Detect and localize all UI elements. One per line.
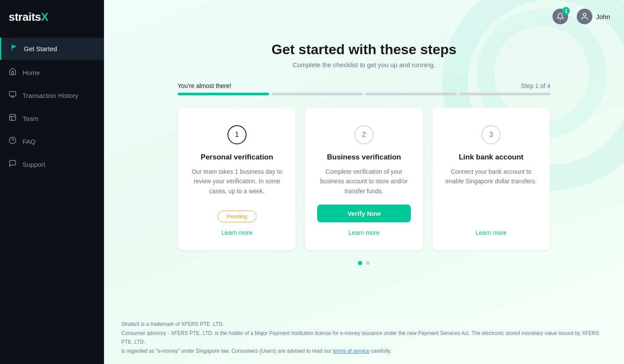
sidebar-item-label-get-started: Get Started [24, 45, 57, 52]
notification-badge: 1 [562, 7, 570, 15]
svg-rect-0 [10, 91, 16, 96]
footer: StraitsX is a trademark of XFERS PTE. LT… [104, 313, 624, 364]
card-description-business: Complete verification of your business a… [317, 167, 410, 196]
header: 1 John [104, 0, 624, 33]
sidebar-item-get-started[interactable]: Get Started [0, 38, 104, 60]
support-icon [9, 159, 16, 169]
user-profile[interactable]: John [577, 9, 610, 24]
progress-label-left: You're almost there! [178, 82, 231, 89]
card-title-personal: Personal verification [201, 153, 273, 162]
card-personal-verification: 1 Personal verification Our team takes 1… [178, 107, 296, 250]
logo: straitsX [0, 0, 104, 38]
history-icon [9, 91, 16, 101]
progress-segment-1 [178, 93, 269, 95]
flag-icon [10, 44, 18, 54]
step-circle-3: 3 [481, 125, 500, 144]
terms-of-service-link[interactable]: terms of service [333, 348, 370, 354]
page-title: Get started with these steps [272, 42, 457, 58]
card-business-verification: 2 Business verification Complete verific… [305, 107, 423, 250]
progress-segment-4 [459, 93, 551, 95]
sidebar-item-faq[interactable]: FAQ [0, 130, 104, 153]
progress-bar [178, 93, 550, 95]
svg-rect-3 [10, 114, 16, 120]
cards-container: 1 Personal verification Our team takes 1… [178, 107, 550, 250]
progress-label-right: Step 1 of 4 [521, 82, 550, 89]
page-subtitle: Complete the checklist to get you up and… [292, 61, 435, 68]
sidebar-item-label-team: Team [23, 115, 39, 122]
step-circle-1: 1 [228, 125, 247, 144]
team-icon [9, 114, 16, 124]
card-description-bank: Connect your bank account to enable Sing… [445, 167, 538, 221]
learn-more-link-personal[interactable]: Learn more [221, 229, 253, 236]
main-content: 1 John Get started with these steps Comp… [104, 0, 624, 364]
card-description-personal: Our team takes 1 business day to review … [190, 167, 283, 202]
sidebar-item-label-home: Home [23, 69, 40, 76]
notification-button[interactable]: 1 [551, 7, 570, 26]
home-icon [9, 68, 16, 78]
card-title-bank: Link bank account [459, 153, 523, 162]
verify-now-button[interactable]: Verify Now [317, 205, 410, 222]
progress-segment-2 [272, 93, 363, 95]
learn-more-link-bank[interactable]: Learn more [476, 229, 507, 236]
footer-line1: StraitsX is a trademark of XFERS PTE. LT… [121, 320, 607, 328]
pending-badge: Pending [218, 211, 257, 222]
sidebar-item-label-faq: FAQ [23, 138, 36, 145]
user-name: John [596, 13, 610, 20]
sidebar-item-team[interactable]: Team [0, 107, 104, 130]
footer-line3: is regarded as "e-money" under Singapore… [121, 347, 607, 355]
dot-2[interactable] [366, 261, 370, 265]
pagination-dots [358, 261, 370, 265]
sidebar-item-support[interactable]: Support [0, 153, 104, 176]
page-content: Get started with these steps Complete th… [104, 33, 624, 313]
svg-point-8 [583, 13, 586, 16]
progress-segment-3 [365, 93, 457, 95]
sidebar-item-label-transaction-history: Transaction History [23, 92, 78, 99]
logo-text: straitsX [9, 10, 48, 23]
card-link-bank: 3 Link bank account Connect your bank ac… [432, 107, 550, 250]
avatar [577, 9, 592, 24]
step-circle-2: 2 [354, 125, 374, 144]
faq-icon [9, 136, 16, 146]
progress-labels: You're almost there! Step 1 of 4 [178, 82, 550, 89]
sidebar-item-home[interactable]: Home [0, 62, 104, 84]
progress-section: You're almost there! Step 1 of 4 [178, 82, 550, 95]
sidebar-item-transaction-history[interactable]: Transaction History [0, 84, 104, 107]
card-title-business: Business verification [327, 153, 401, 162]
dot-1[interactable] [358, 261, 362, 265]
footer-line2: Consumer advisory - XFERS PTE. LTD. is t… [121, 329, 607, 347]
sidebar-item-label-support: Support [23, 161, 46, 168]
sidebar: straitsX Get Started Home Transaction Hi… [0, 0, 104, 364]
learn-more-link-business[interactable]: Learn more [348, 229, 380, 236]
